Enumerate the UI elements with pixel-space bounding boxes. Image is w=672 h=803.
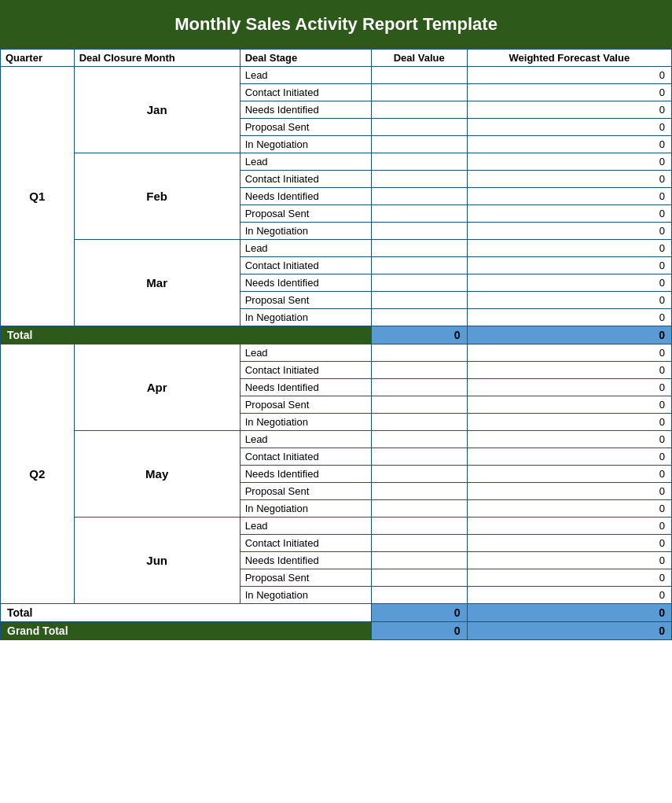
month-Feb: Feb <box>74 153 240 240</box>
deal-stage-cell: Contact Initiated <box>240 362 371 379</box>
page-title: Monthly Sales Activity Report Template <box>0 0 672 49</box>
deal-value-cell[interactable] <box>371 67 467 84</box>
deal-stage-cell: Needs Identified <box>240 552 371 569</box>
deal-value-cell[interactable] <box>371 483 467 500</box>
header-stage: Deal Stage <box>240 50 371 67</box>
header-value: Deal Value <box>371 50 467 67</box>
forecast-value-cell: 0 <box>467 535 671 552</box>
forecast-value-cell: 0 <box>467 466 671 483</box>
deal-value-cell[interactable] <box>371 448 467 466</box>
deal-value-cell[interactable] <box>371 153 467 171</box>
forecast-value-cell: 0 <box>467 431 671 448</box>
deal-value-cell[interactable] <box>371 257 467 274</box>
forecast-value-cell: 0 <box>467 136 671 153</box>
header-forecast: Weighted Forecast Value <box>467 50 671 67</box>
deal-value-cell[interactable] <box>371 274 467 292</box>
forecast-value-cell: 0 <box>467 119 671 136</box>
deal-value-cell[interactable] <box>371 223 467 240</box>
deal-value-cell[interactable] <box>371 535 467 552</box>
deal-stage-cell: In Negotiation <box>240 309 371 326</box>
forecast-value-cell: 0 <box>467 379 671 396</box>
forecast-value-cell: 0 <box>467 552 671 569</box>
deal-value-cell[interactable] <box>371 205 467 223</box>
forecast-value-cell: 0 <box>467 67 671 84</box>
deal-value-cell[interactable] <box>371 552 467 569</box>
deal-value-cell[interactable] <box>371 396 467 414</box>
deal-stage-cell: Needs Identified <box>240 274 371 292</box>
total-value: 0 <box>371 604 467 622</box>
deal-stage-cell: Contact Initiated <box>240 171 371 188</box>
deal-value-cell[interactable] <box>371 309 467 326</box>
forecast-value-cell: 0 <box>467 344 671 362</box>
deal-stage-cell: Contact Initiated <box>240 257 371 274</box>
deal-value-cell[interactable] <box>371 171 467 188</box>
header-month: Deal Closure Month <box>74 50 240 67</box>
deal-value-cell[interactable] <box>371 466 467 483</box>
forecast-value-cell: 0 <box>467 101 671 119</box>
deal-value-cell[interactable] <box>371 84 467 101</box>
deal-value-cell[interactable] <box>371 344 467 362</box>
sales-table: Quarter Deal Closure Month Deal Stage De… <box>0 49 672 640</box>
deal-stage-cell: Lead <box>240 153 371 171</box>
deal-stage-cell: Lead <box>240 518 371 535</box>
forecast-value-cell: 0 <box>467 362 671 379</box>
month-Jun: Jun <box>74 518 240 604</box>
deal-value-cell[interactable] <box>371 362 467 379</box>
deal-value-cell[interactable] <box>371 136 467 153</box>
deal-value-cell[interactable] <box>371 119 467 136</box>
table-row: Q2AprLead0 <box>1 344 672 362</box>
total-forecast: 0 <box>467 604 671 622</box>
deal-value-cell[interactable] <box>371 500 467 518</box>
deal-value-cell[interactable] <box>371 431 467 448</box>
grand-total-forecast: 0 <box>467 622 671 640</box>
forecast-value-cell: 0 <box>467 518 671 535</box>
forecast-value-cell: 0 <box>467 188 671 205</box>
deal-value-cell[interactable] <box>371 587 467 604</box>
deal-stage-cell: Contact Initiated <box>240 84 371 101</box>
deal-stage-cell: In Negotiation <box>240 414 371 431</box>
forecast-value-cell: 0 <box>467 257 671 274</box>
deal-value-cell[interactable] <box>371 292 467 309</box>
deal-value-cell[interactable] <box>371 101 467 119</box>
forecast-value-cell: 0 <box>467 223 671 240</box>
deal-value-cell[interactable] <box>371 188 467 205</box>
header-quarter: Quarter <box>1 50 75 67</box>
forecast-value-cell: 0 <box>467 587 671 604</box>
forecast-value-cell: 0 <box>467 84 671 101</box>
forecast-value-cell: 0 <box>467 274 671 292</box>
forecast-value-cell: 0 <box>467 240 671 257</box>
forecast-value-cell: 0 <box>467 396 671 414</box>
deal-value-cell[interactable] <box>371 569 467 587</box>
deal-value-cell[interactable] <box>371 379 467 396</box>
deal-stage-cell: Needs Identified <box>240 466 371 483</box>
deal-stage-cell: Proposal Sent <box>240 119 371 136</box>
deal-stage-cell: Proposal Sent <box>240 569 371 587</box>
deal-stage-cell: Needs Identified <box>240 188 371 205</box>
total-label: Total <box>1 326 372 344</box>
forecast-value-cell: 0 <box>467 292 671 309</box>
forecast-value-cell: 0 <box>467 171 671 188</box>
table-row: Q1JanLead0 <box>1 67 672 84</box>
grand-total-value: 0 <box>371 622 467 640</box>
month-Apr: Apr <box>74 344 240 431</box>
deal-stage-cell: In Negotiation <box>240 587 371 604</box>
total-forecast: 0 <box>467 326 671 344</box>
month-May: May <box>74 431 240 518</box>
table-row: JunLead0 <box>1 518 672 535</box>
deal-stage-cell: Lead <box>240 344 371 362</box>
table-row: MayLead0 <box>1 431 672 448</box>
deal-value-cell[interactable] <box>371 414 467 431</box>
deal-stage-cell: Contact Initiated <box>240 448 371 466</box>
deal-stage-cell: Proposal Sent <box>240 292 371 309</box>
deal-stage-cell: Contact Initiated <box>240 535 371 552</box>
deal-value-cell[interactable] <box>371 518 467 535</box>
deal-stage-cell: Lead <box>240 431 371 448</box>
deal-value-cell[interactable] <box>371 240 467 257</box>
forecast-value-cell: 0 <box>467 309 671 326</box>
total-row-Q1: Total00 <box>1 326 672 344</box>
grand-total-row: Grand Total00 <box>1 622 672 640</box>
total-label: Total <box>1 604 372 622</box>
deal-stage-cell: Lead <box>240 240 371 257</box>
forecast-value-cell: 0 <box>467 153 671 171</box>
forecast-value-cell: 0 <box>467 569 671 587</box>
